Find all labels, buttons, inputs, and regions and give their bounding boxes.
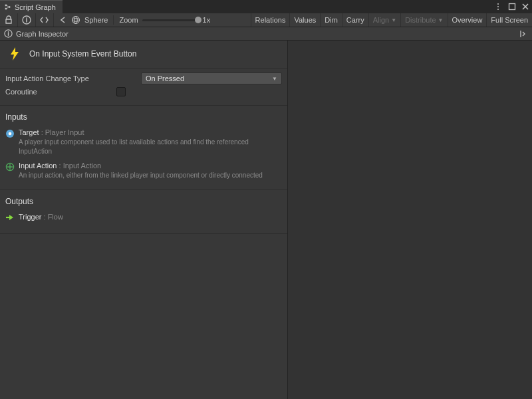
zoom-slider[interactable] xyxy=(142,19,199,21)
overview-button[interactable]: Overview xyxy=(448,13,487,27)
tab-bar: Script Graph xyxy=(0,0,532,13)
inputs-list: Target : Player Input A player input com… xyxy=(0,126,287,190)
window-controls xyxy=(493,0,529,13)
outputs-list: Trigger : Flow xyxy=(0,210,287,234)
close-icon[interactable] xyxy=(521,3,529,11)
prop-change-type: Input Action Change Type On Pressed ▼ xyxy=(5,72,282,85)
flow-arrow-icon xyxy=(5,213,15,223)
output-port-trigger: Trigger : Flow xyxy=(5,210,282,225)
zoom-value: 1x xyxy=(203,16,211,24)
toolbar: Sphere Zoom 1x Relations Values Dim Carr… xyxy=(0,13,532,27)
lock-button[interactable] xyxy=(0,13,18,27)
zoom-label: Zoom xyxy=(119,16,138,24)
fullscreen-button[interactable]: Full Screen xyxy=(486,13,532,27)
outputs-heading: Outputs xyxy=(0,190,287,210)
change-type-dropdown[interactable]: On Pressed ▼ xyxy=(141,72,282,84)
input-port-input-action: Input Action : Input Action An input act… xyxy=(5,159,282,183)
property-block: Input Action Change Type On Pressed ▼ Co… xyxy=(0,68,287,105)
maximize-icon[interactable] xyxy=(508,3,516,11)
info-icon xyxy=(4,29,13,38)
chevron-down-icon: ▼ xyxy=(272,76,277,82)
breadcrumb-label[interactable]: Sphere xyxy=(84,16,108,24)
input-port-target: Target : Player Input A player input com… xyxy=(5,126,282,159)
inspector-node-title: On Input System Event Button xyxy=(29,49,136,59)
svg-point-17 xyxy=(497,3,499,5)
coroutine-checkbox[interactable] xyxy=(116,87,126,96)
code-button[interactable] xyxy=(36,13,54,27)
align-button[interactable]: Align▼ xyxy=(368,13,400,27)
bolt-icon xyxy=(7,46,23,62)
kebab-icon[interactable] xyxy=(493,2,503,11)
sphere-icon xyxy=(71,15,80,25)
dim-button[interactable]: Dim xyxy=(320,13,342,27)
change-type-label: Input Action Change Type xyxy=(5,74,138,82)
relations-button[interactable]: Relations xyxy=(251,13,290,27)
svg-rect-20 xyxy=(509,4,515,10)
tab-title: Script Graph xyxy=(15,3,56,11)
graph-inspector-header: Graph Inspector xyxy=(0,27,532,41)
inspector-node-header: On Input System Event Button xyxy=(0,41,287,68)
zoom-group: Zoom 1x xyxy=(114,16,215,24)
info-button[interactable] xyxy=(18,13,36,27)
inputs-heading: Inputs xyxy=(0,105,287,126)
carry-button[interactable]: Carry xyxy=(342,13,368,27)
prop-coroutine: Coroutine xyxy=(5,85,282,98)
breadcrumb-group: Sphere xyxy=(54,15,114,25)
graph-canvas[interactable]: On Input System Event Button On Pressed▼… xyxy=(288,41,532,399)
inspector-panel: On Input System Event Button Input Actio… xyxy=(0,41,288,399)
object-port-icon xyxy=(5,129,15,138)
collapse-button[interactable] xyxy=(519,29,528,39)
values-button[interactable]: Values xyxy=(289,13,320,27)
crosshair-port-icon xyxy=(5,162,15,172)
graph-inspector-label: Graph Inspector xyxy=(16,30,68,38)
tab-script-graph[interactable]: Script Graph xyxy=(0,0,63,13)
distribute-button[interactable]: Distribute▼ xyxy=(400,13,447,27)
back-icon[interactable] xyxy=(59,15,67,25)
hierarchy-icon xyxy=(4,3,11,11)
svg-point-19 xyxy=(497,9,499,10)
svg-point-18 xyxy=(497,6,499,7)
